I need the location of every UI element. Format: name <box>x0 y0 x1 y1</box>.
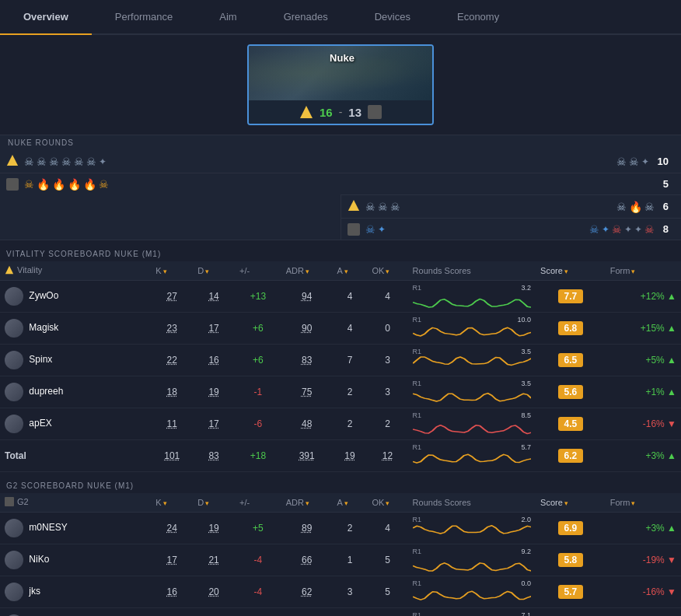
tab-devices[interactable]: Devices <box>351 0 434 33</box>
skull-r2-1: ☠ <box>24 178 34 191</box>
rounds-scores: R1 3.5 <box>408 345 536 376</box>
player-name-cell: Magisk <box>0 313 151 345</box>
stat-ok: 1 <box>367 608 407 617</box>
stat-adr: 62 <box>281 576 333 608</box>
fire-r2-3: 🔥 <box>68 178 81 191</box>
stat-form: +5% ▲ <box>606 345 681 376</box>
th-score-v[interactable]: Score▾ <box>536 261 606 281</box>
stat-k: 24 <box>151 513 193 544</box>
stat-a: 4 <box>333 313 368 345</box>
th-d-v[interactable]: D▾ <box>193 261 235 281</box>
player-name-cell: jks <box>0 576 151 608</box>
stat-adr: 94 <box>281 281 333 313</box>
th-k-v[interactable]: K▾ <box>151 261 193 281</box>
player-name[interactable]: jks <box>29 586 40 597</box>
stat-score: 5.7 <box>536 576 606 608</box>
stat-ok: 5 <box>367 544 407 576</box>
player-name[interactable]: Magisk <box>29 322 58 333</box>
stat-a: 19 <box>333 440 368 472</box>
stat-a: 1 <box>333 544 368 576</box>
g2-team-name: G2 <box>17 497 29 506</box>
stat-a: 5 <box>333 608 368 617</box>
fire-r2-4: 🔥 <box>83 178 96 191</box>
table-row: jks 16 20 -4 62 3 5 R1 0.0 5.7 -16% ▼ <box>0 576 681 608</box>
sparkline: R1 10.0 <box>413 316 531 341</box>
stat-form: -19% ▼ <box>606 544 681 576</box>
th-pm-v[interactable]: +/- <box>235 261 281 281</box>
stat-score: 7.7 <box>536 281 606 313</box>
th-form-v[interactable]: Form▾ <box>606 261 681 281</box>
th-pm-g2[interactable]: +/- <box>235 493 281 513</box>
rounds-scores: R1 10.0 <box>408 313 536 345</box>
fire-rr1: 🔥 <box>629 201 642 213</box>
stat-d: 16 <box>193 345 235 376</box>
player-name[interactable]: ZywOo <box>29 290 58 301</box>
rounds-row-1: ☠ ☠ ☠ ☠ ☠ ☠ ✦ ☠ ☠ ✦ 10 <box>0 150 681 173</box>
map-name: Nuke <box>330 52 354 64</box>
map-background: Nuke <box>249 46 434 100</box>
rounds-label: NUKE ROUNDS <box>0 135 681 150</box>
rounds-right-top: ☠ ☠ ☠ ☠ 🔥 ☠ 6 <box>341 194 682 218</box>
sparkline-svg <box>413 523 531 541</box>
th-ok-g2[interactable]: OK▾ <box>367 493 407 513</box>
stat-score: 5.3 <box>536 608 606 617</box>
pistol-rb2: ✦ <box>602 224 609 235</box>
stat-k: 16 <box>151 576 193 608</box>
player-name[interactable]: dupreeh <box>29 386 63 397</box>
tab-performance[interactable]: Performance <box>92 0 196 33</box>
th-team-g2: G2 <box>0 493 151 513</box>
rounds-scores: R1 2.0 <box>408 513 536 544</box>
svg-marker-3 <box>5 266 13 274</box>
stat-d: 20 <box>193 576 235 608</box>
player-name[interactable]: NiKo <box>29 554 49 565</box>
player-name[interactable]: m0NESY <box>29 522 67 533</box>
player-name[interactable]: Spinx <box>29 354 52 365</box>
th-a-v[interactable]: A▾ <box>333 261 368 281</box>
th-a-g2[interactable]: A▾ <box>333 493 368 513</box>
skull-rr5: ☠ <box>644 201 655 213</box>
stat-score: 6.2 <box>536 440 606 472</box>
stat-pm: +13 <box>235 281 281 313</box>
rounds-scores: R1 8.5 <box>408 408 536 440</box>
rounds-right-half: ☠ ☠ ☠ ☠ 🔥 ☠ 6 ☠ ✦ ☠ ✦ ☠ ✦ ✦ ☠ 8 <box>341 194 682 240</box>
tab-economy[interactable]: Economy <box>434 0 522 33</box>
stat-form: -17% ▼ <box>606 608 681 617</box>
th-form-g2[interactable]: Form▾ <box>606 493 681 513</box>
stat-form: +1% ▲ <box>606 376 681 408</box>
stat-k: 11 <box>151 408 193 440</box>
sparkline: R1 2.0 <box>413 516 531 541</box>
th-d-g2[interactable]: D▾ <box>193 493 235 513</box>
stat-pm: -6 <box>235 408 281 440</box>
vitality-scoreboard: VITALITY SCOREBOARD NUKE (M1) Vitality K… <box>0 247 681 472</box>
player-name-cell: Total <box>0 440 151 472</box>
score-team2: 13 <box>348 106 361 119</box>
skull-r1-5: ☠ <box>74 156 84 168</box>
th-score-g2[interactable]: Score▾ <box>536 493 606 513</box>
map-card: Nuke 16 - 13 <box>247 44 434 125</box>
map-section: Nuke 16 - 13 <box>0 35 681 135</box>
th-adr-g2[interactable]: ADR▾ <box>281 493 333 513</box>
th-k-g2[interactable]: K▾ <box>151 493 193 513</box>
stat-score: 5.8 <box>536 544 606 576</box>
col-rs-label: Rounds Scores <box>413 266 471 275</box>
stat-score: 6.9 <box>536 513 606 544</box>
pistol-rb3: ✦ <box>624 224 632 235</box>
stat-form: +12% ▲ <box>606 281 681 313</box>
table-row: Total 101 83 +18 391 19 12 R1 5.7 6.2 +3… <box>0 440 681 472</box>
stat-pm: -4 <box>235 608 281 617</box>
th-adr-v[interactable]: ADR▾ <box>281 261 333 281</box>
tab-grenades[interactable]: Grenades <box>260 0 351 33</box>
skull-r1-4: ☠ <box>61 156 72 168</box>
tab-overview[interactable]: Overview <box>0 0 92 35</box>
stat-ok: 0 <box>367 313 407 345</box>
round-count-2: 5 <box>657 178 675 190</box>
th-ok-v[interactable]: OK▾ <box>367 261 407 281</box>
tab-aim[interactable]: Aim <box>196 0 260 33</box>
vitality-tbody: ZywOo 27 14 +13 94 4 4 R1 3.2 7.7 +12% ▲… <box>0 281 681 472</box>
stat-a: 2 <box>333 513 368 544</box>
sparkline: R1 5.7 <box>413 443 531 468</box>
sparkline: R1 0.0 <box>413 579 531 604</box>
player-name[interactable]: apEX <box>29 418 51 429</box>
sparkline: R1 3.2 <box>413 284 531 309</box>
stat-a: 2 <box>333 376 368 408</box>
